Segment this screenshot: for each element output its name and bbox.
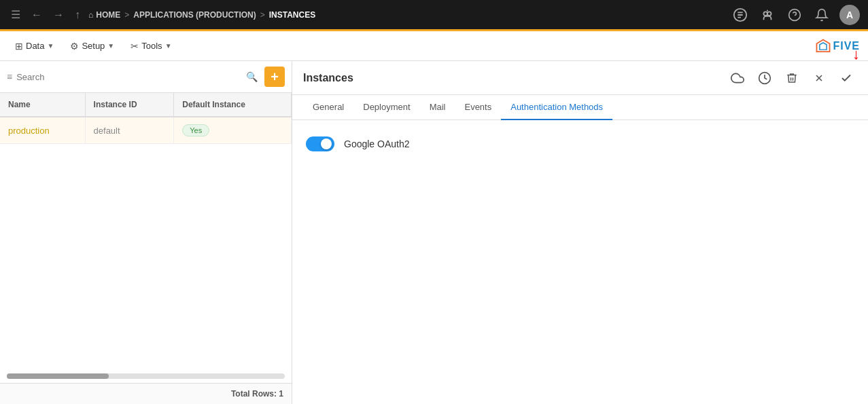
tools-icon: ✂: [131, 41, 139, 52]
instances-link[interactable]: INSTANCES: [269, 10, 315, 20]
data-dropdown-arrow: ▼: [47, 42, 54, 50]
forward-icon[interactable]: →: [50, 6, 67, 24]
search-input[interactable]: [16, 72, 242, 82]
tab-deployment[interactable]: Deployment: [353, 95, 419, 120]
data-table: Name Instance ID Default Instance produc…: [0, 93, 292, 144]
search-bar: ≡ 🔍 +: [0, 61, 292, 93]
tab-content-auth: Google OAuth2: [292, 120, 868, 404]
breadcrumb-sep-2: >: [260, 10, 265, 20]
top-nav: ☰ ← → ↑ ⌂ HOME > APPLICATIONS (PRODUCTIO…: [0, 0, 868, 31]
google-oauth2-row: Google OAuth2: [306, 136, 854, 151]
col-name: Name: [0, 93, 85, 117]
filter-icon: ≡: [7, 71, 12, 82]
support-chat-icon[interactable]: [731, 5, 750, 24]
right-panel: Instances: [292, 61, 868, 404]
main-content: ≡ 🔍 + Name Instance ID Default Instance …: [0, 61, 868, 404]
tools-menu[interactable]: ✂ Tools ▼: [124, 37, 178, 56]
toggle-thumb: [321, 139, 332, 149]
applications-link[interactable]: APPLICATIONS (PRODUCTION): [133, 10, 256, 20]
col-instance-id: Instance ID: [85, 93, 174, 117]
search-icon[interactable]: 🔍: [246, 71, 258, 82]
google-oauth2-toggle[interactable]: [306, 136, 334, 151]
panel-actions: ↓: [727, 67, 857, 89]
confirm-button[interactable]: ↓: [835, 67, 857, 89]
breadcrumb-sep-1: >: [124, 10, 129, 20]
setup-menu[interactable]: ⚙ Setup ▼: [63, 37, 121, 56]
horizontal-scrollbar-track[interactable]: [7, 373, 285, 379]
svg-point-2: [767, 12, 771, 16]
tabs: General Deployment Mail Events Authentic…: [292, 95, 868, 120]
svg-marker-6: [820, 42, 827, 49]
five-logo-text: FIVE: [833, 40, 860, 52]
tools-dropdown-arrow: ▼: [165, 42, 172, 50]
home-icon: ⌂: [88, 10, 93, 20]
col-default-instance: Default Instance: [174, 93, 292, 117]
back-icon[interactable]: ←: [29, 6, 45, 24]
delete-button[interactable]: [781, 67, 803, 89]
tab-authentication-methods[interactable]: Authentication Methods: [501, 95, 612, 120]
setup-icon: ⚙: [70, 41, 79, 52]
home-link[interactable]: ⌂ HOME: [88, 10, 120, 20]
setup-dropdown-arrow: ▼: [107, 42, 114, 50]
cell-instance-id: default: [85, 117, 174, 144]
menu-icon[interactable]: ☰: [8, 5, 23, 24]
cell-name: production: [0, 117, 85, 144]
history-button[interactable]: [754, 67, 776, 89]
table-row[interactable]: production default Yes: [0, 117, 292, 144]
add-button[interactable]: +: [264, 67, 285, 87]
breadcrumb: ⌂ HOME > APPLICATIONS (PRODUCTION) > INS…: [88, 10, 315, 20]
horizontal-scrollbar-thumb[interactable]: [7, 373, 109, 379]
toolbar: ⊞ Data ▼ ⚙ Setup ▼ ✂ Tools ▼ FIVE: [0, 31, 868, 61]
table-footer: Total Rows: 1: [0, 383, 292, 404]
cell-default: Yes: [174, 117, 292, 144]
data-icon: ⊞: [15, 41, 23, 52]
bot-icon[interactable]: [758, 5, 777, 24]
toolbar-right: FIVE: [816, 39, 860, 54]
table-container: Name Instance ID Default Instance produc…: [0, 93, 292, 369]
data-menu[interactable]: ⊞ Data ▼: [8, 37, 60, 56]
close-button[interactable]: [808, 67, 830, 89]
panel-header: Instances: [292, 61, 868, 95]
panel-title: Instances: [303, 72, 353, 84]
tab-general[interactable]: General: [303, 95, 353, 120]
left-panel: ≡ 🔍 + Name Instance ID Default Instance …: [0, 61, 292, 404]
up-icon[interactable]: ↑: [72, 6, 83, 24]
cloud-button[interactable]: [727, 67, 748, 89]
notifications-icon[interactable]: [812, 5, 831, 24]
top-nav-right: A: [731, 5, 860, 25]
five-logo: FIVE: [816, 39, 860, 54]
help-icon[interactable]: [785, 5, 804, 24]
user-avatar[interactable]: A: [839, 5, 860, 25]
table-header-row: Name Instance ID Default Instance: [0, 93, 292, 117]
google-oauth2-label: Google OAuth2: [344, 139, 410, 149]
tab-events[interactable]: Events: [455, 95, 501, 120]
tab-mail[interactable]: Mail: [420, 95, 455, 120]
